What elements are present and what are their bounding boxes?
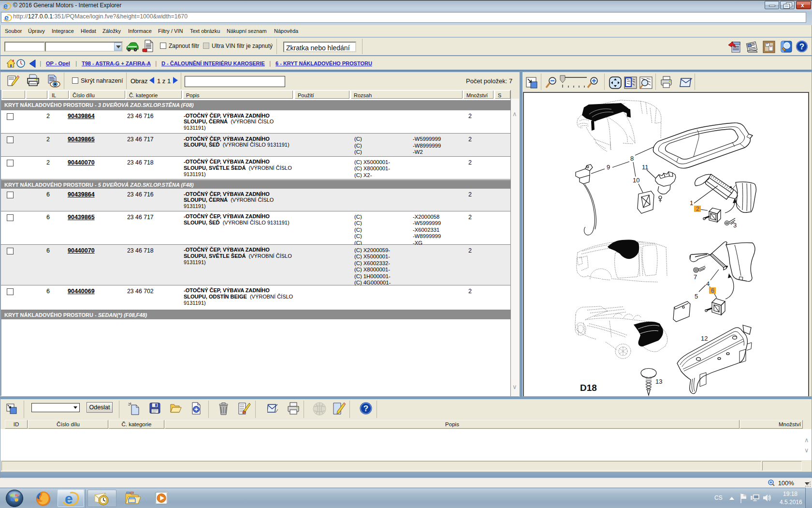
svg-text:4: 4	[706, 280, 710, 287]
svg-text:1: 1	[690, 199, 693, 207]
svg-text:7: 7	[694, 273, 697, 281]
svg-text:13: 13	[655, 378, 662, 385]
svg-text:10: 10	[633, 177, 639, 184]
svg-text:?: ?	[363, 404, 368, 413]
svg-text:5: 5	[695, 293, 698, 300]
svg-text:D18: D18	[580, 383, 597, 393]
svg-text:6: 6	[711, 287, 714, 294]
svg-text:12: 12	[701, 335, 708, 342]
svg-text:9: 9	[607, 164, 610, 171]
svg-text:3: 3	[733, 222, 737, 229]
svg-text:2: 2	[696, 206, 699, 212]
svg-text:8: 8	[630, 155, 634, 162]
svg-text:11: 11	[642, 164, 649, 171]
svg-text:?: ?	[799, 42, 804, 51]
